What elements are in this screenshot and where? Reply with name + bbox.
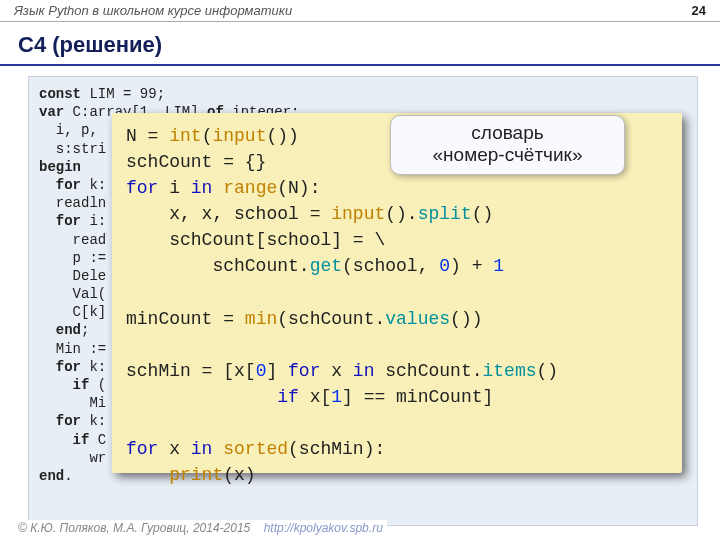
slide-footer: © К.Ю. Поляков, М.А. Гуровиц, 2014-2015 … xyxy=(14,520,387,536)
page-number: 24 xyxy=(692,3,706,21)
annotation-line2: «номер-счётчик» xyxy=(395,144,620,166)
footer-copyright: © К.Ю. Поляков, М.А. Гуровиц, 2014-2015 xyxy=(18,521,250,535)
annotation-line1: словарь xyxy=(395,122,620,144)
course-subtitle: Язык Python в школьном курсе информатики xyxy=(14,3,292,21)
annotation-callout: словарь «номер-счётчик» xyxy=(390,115,625,175)
slide-header: Язык Python в школьном курсе информатики… xyxy=(0,0,720,22)
slide-title: C4 (решение) xyxy=(0,22,720,66)
footer-link: http://kpolyakov.spb.ru xyxy=(264,521,383,535)
